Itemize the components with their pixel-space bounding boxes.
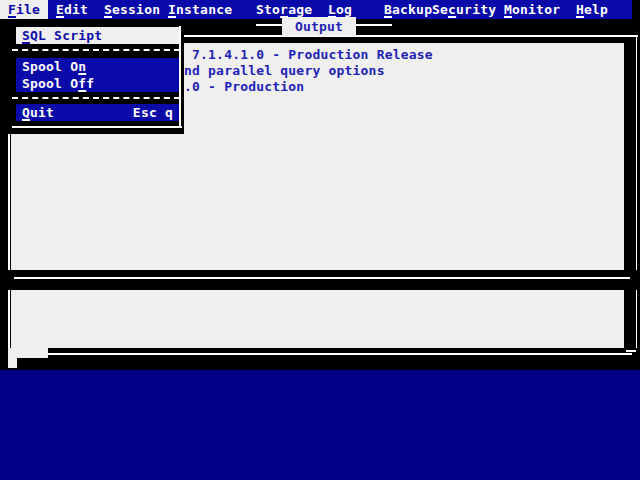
menubar-item-instance[interactable]: Instance <box>168 0 232 19</box>
accelerator-char: H <box>576 2 584 17</box>
window-frame-right <box>636 37 637 356</box>
file-menu-border-bottom <box>12 126 182 128</box>
window-separator-line <box>14 277 630 279</box>
accelerator-char: r <box>280 2 288 17</box>
menubar-item-security[interactable]: Security <box>432 0 496 19</box>
window-separator-band <box>8 270 637 290</box>
right-shadow-strip <box>624 37 636 348</box>
file-menu-item-spool-off[interactable]: Spool Off <box>16 75 179 92</box>
accelerator-char: E <box>56 2 64 17</box>
file-menu-item-sql-script[interactable]: SQL Script <box>16 27 179 44</box>
output-window-title: Output <box>295 19 343 34</box>
accelerator-char: I <box>168 2 176 17</box>
accelerator-char: L <box>328 2 336 17</box>
accelerator-char: F <box>8 2 16 17</box>
accelerator-char: B <box>384 2 392 17</box>
file-menu-item-shortcut: Esc q <box>133 104 173 121</box>
window-bottom-band <box>0 348 640 370</box>
command-input-panel[interactable] <box>11 290 624 348</box>
accelerator-char: f <box>78 76 86 91</box>
accelerator-char: M <box>504 2 512 17</box>
file-menu-separator <box>12 97 180 99</box>
file-menu-item-spool-on[interactable]: Spool On <box>16 58 179 75</box>
menubar-item-monitor[interactable]: Monitor <box>504 0 560 19</box>
output-line: nd parallel query options <box>184 63 385 79</box>
tab-tick-left <box>256 24 282 26</box>
accelerator-char: n <box>78 59 86 74</box>
output-line: .0 - Production <box>184 79 304 95</box>
file-menu-separator <box>12 49 180 51</box>
menu-bar-right-cap <box>632 0 640 19</box>
accelerator-char: Q <box>22 105 30 120</box>
menubar-item-backup[interactable]: Backup <box>384 0 432 19</box>
output-window-tab: Output <box>282 17 356 36</box>
tab-tick-right <box>356 24 392 26</box>
screen-background <box>0 370 640 480</box>
menubar-item-session[interactable]: Session <box>104 0 160 19</box>
output-line: 7.1.4.1.0 - Production Release <box>184 47 433 63</box>
file-menu-item-quit[interactable]: QuitEsc q <box>16 104 179 121</box>
accelerator-char: c <box>448 2 456 17</box>
screen: { "colors": { "menubar_blue": "#0a0aa8",… <box>0 0 640 480</box>
accelerator-char: S <box>22 28 30 43</box>
window-frame-bottom-right-dash <box>626 350 636 352</box>
menubar-item-file[interactable]: File <box>0 0 48 19</box>
menubar-item-help[interactable]: Help <box>576 0 608 19</box>
menubar-item-edit[interactable]: Edit <box>56 0 88 19</box>
file-menu-border-right <box>179 26 181 128</box>
accelerator-char: S <box>104 2 112 17</box>
file-menu: SQL ScriptSpool OnSpool OffQuitEsc q <box>8 19 184 134</box>
window-frame-bottom <box>48 353 632 355</box>
bottom-left-corner-column <box>8 348 17 368</box>
